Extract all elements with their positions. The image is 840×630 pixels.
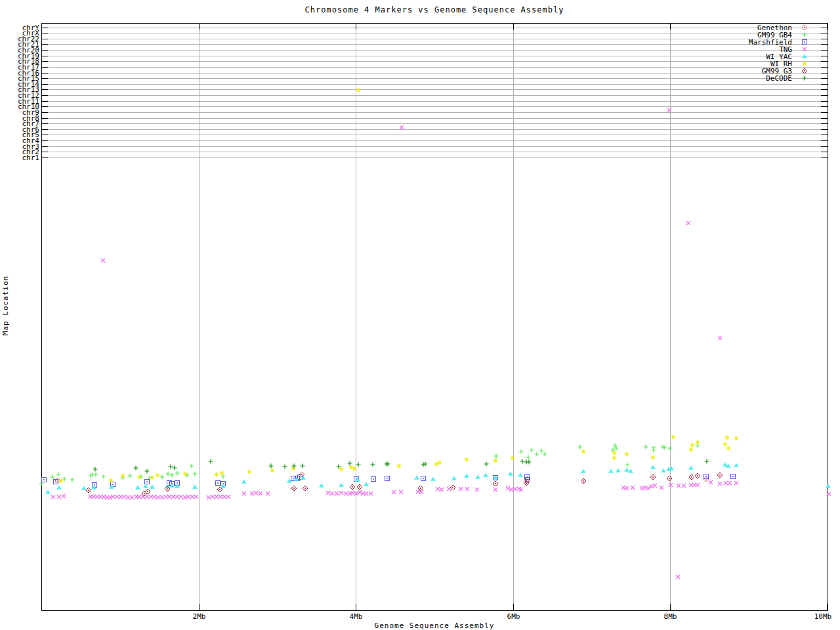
data-point-tng — [392, 490, 396, 494]
data-point-wi-rh — [291, 467, 296, 471]
data-point-wi-rh — [625, 452, 629, 457]
data-point-wi-rh — [397, 464, 402, 469]
data-point-tng — [190, 495, 194, 499]
data-point-decode — [134, 466, 138, 471]
chart-canvas: chrYchrXchr22chr21chr20chr19chr18chr17ch… — [0, 0, 840, 630]
data-point-wi-yac — [616, 469, 621, 472]
data-point-gm99-g3 — [717, 472, 723, 478]
data-point-tng — [62, 494, 66, 498]
data-point-decode — [484, 462, 489, 467]
data-point-wi-rh — [734, 436, 739, 441]
data-point-gm99-g3 — [650, 474, 656, 480]
data-point-wi-yac — [81, 486, 87, 490]
data-point-wi-rh — [723, 442, 728, 447]
data-point-tng — [126, 495, 130, 499]
data-point-gm99-gb4 — [519, 450, 524, 454]
data-point-wi-rh — [726, 446, 731, 451]
data-point-decode — [145, 469, 150, 474]
data-point-marshfield — [42, 478, 47, 482]
data-point-wi-yac — [723, 463, 728, 467]
data-point-gm99-gb4 — [193, 472, 198, 476]
data-point-wi-yac — [339, 483, 344, 487]
y-axis-title: Map Location — [1, 276, 10, 335]
data-point-decode — [283, 465, 287, 469]
x-tick-label-8mb: 8Mb — [664, 612, 677, 621]
data-point-wi-yac — [56, 486, 62, 490]
data-point-tng — [436, 487, 440, 491]
data-point-tng — [369, 492, 373, 495]
data-point-wi-yac — [364, 482, 369, 486]
data-point-gm99-gb4 — [494, 454, 499, 459]
data-point-tng — [660, 486, 663, 490]
data-point-tng — [494, 488, 497, 492]
data-point-tng — [152, 495, 156, 499]
data-point-tng — [465, 487, 469, 491]
data-point-tng — [724, 481, 728, 485]
data-point-tng — [330, 492, 334, 495]
data-point-gm99-g3 — [581, 478, 586, 484]
data-point-gm99-gb4 — [102, 474, 106, 479]
data-point-wi-yac — [135, 486, 140, 490]
data-point-tng — [250, 492, 254, 495]
data-point-tng — [475, 488, 479, 492]
data-point-tng — [718, 482, 722, 486]
data-point-tng — [175, 495, 179, 499]
plot-area: chrYchrXchr22chr21chr20chr19chr18chr17ch… — [0, 0, 840, 630]
data-point-marshfield — [731, 474, 736, 479]
data-point-gm99-g3 — [667, 476, 672, 481]
data-point-tng — [364, 492, 368, 495]
data-point-gm99-g3 — [86, 488, 91, 493]
data-point-tng — [506, 486, 510, 490]
legend-symbol-wi-rh — [803, 62, 807, 66]
data-point-decode — [169, 465, 173, 469]
data-point-tng — [211, 495, 215, 499]
data-point-wi-yac — [483, 473, 488, 477]
data-point-tng — [194, 495, 198, 499]
data-point-tng — [339, 491, 343, 495]
data-point-wi-yac — [734, 463, 739, 467]
data-point-gm99-gb4 — [190, 464, 194, 469]
data-point-gm99-gb4 — [578, 445, 583, 450]
data-point-wi-rh — [356, 88, 361, 93]
data-point-tng — [179, 495, 183, 499]
legend-symbol-tng — [803, 47, 807, 51]
data-point-tng — [186, 495, 190, 499]
x-tick-label-10mb: 10Mb — [814, 612, 832, 621]
data-point-tng — [350, 491, 354, 495]
data-point-tng — [254, 491, 258, 495]
data-point-wi-rh — [215, 472, 219, 477]
data-point-marshfield — [145, 480, 150, 484]
data-point-tng — [686, 221, 690, 225]
data-point-tng — [219, 495, 222, 499]
data-point-tng — [682, 484, 686, 488]
data-point-tng — [145, 495, 149, 499]
data-point-gm99-g3 — [689, 474, 694, 480]
data-point-wi-yac — [242, 480, 247, 484]
data-point-gm99-g3 — [291, 486, 297, 491]
legend-symbol-marshfield — [803, 40, 807, 45]
data-point-tng — [51, 495, 55, 499]
data-point-wi-yac — [414, 476, 419, 480]
data-point-decode — [705, 459, 709, 464]
data-point-tng — [326, 491, 330, 495]
data-point-decode — [520, 459, 525, 464]
data-point-wi-rh — [156, 473, 160, 478]
data-point-tng — [266, 492, 270, 495]
data-point-wi-yac — [175, 484, 180, 488]
data-point-decode — [173, 466, 177, 471]
data-point-tng — [111, 495, 115, 499]
data-point-wi-yac — [826, 484, 831, 488]
data-point-tng — [122, 495, 126, 499]
data-point-gm99-gb4 — [175, 471, 180, 476]
data-point-tng — [440, 488, 444, 492]
data-point-tng — [167, 495, 171, 499]
data-point-wi-rh — [671, 435, 676, 440]
data-point-gm99-g3 — [303, 486, 308, 491]
data-point-tng — [631, 486, 635, 490]
data-point-tng — [718, 336, 722, 340]
data-point-wi-yac — [581, 469, 586, 473]
data-point-gm99-gb4 — [535, 452, 539, 457]
data-point-wi-rh — [689, 448, 694, 452]
data-point-wi-yac — [624, 468, 629, 472]
data-point-gm99-g3 — [493, 481, 498, 486]
